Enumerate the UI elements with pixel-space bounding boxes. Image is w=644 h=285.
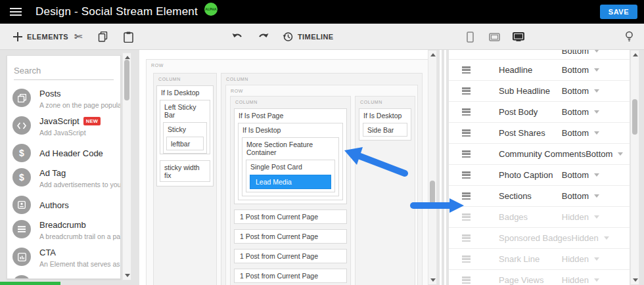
redo-icon[interactable] (258, 31, 269, 43)
inspector-row-snark-line[interactable]: Snark Line Hidden (449, 249, 630, 270)
scroll-up-icon[interactable] (125, 56, 130, 59)
column-main[interactable]: COLUMN ROW COLUMN If Is Post Page If Is … (221, 73, 423, 285)
drag-handle-icon[interactable] (462, 87, 471, 95)
drag-handle-icon[interactable] (462, 129, 471, 137)
drag-handle-icon[interactable] (462, 171, 471, 179)
inspector-row-community-comments[interactable]: Community Comments Bottom (449, 144, 630, 165)
node-title: Single Post Card (246, 160, 334, 173)
node-post-from-current-page[interactable]: 1 Post from Current Page (234, 269, 347, 283)
node-if-is-desktop[interactable]: If Is Desktop Side Bar (359, 108, 411, 141)
drag-handle-icon[interactable] (462, 150, 471, 158)
inspector-row-badges[interactable]: Badges Hidden (449, 207, 630, 228)
node-leftbar[interactable]: leftbar (166, 137, 204, 150)
add-elements-button[interactable]: ELEMENTS (13, 32, 68, 41)
node-if-is-desktop[interactable]: If Is Desktop More Section Feature Conta… (238, 123, 343, 200)
scroll-down-icon[interactable] (633, 278, 638, 282)
scroll-down-icon[interactable] (125, 274, 130, 277)
node-lead-media-selected[interactable]: Lead Media (250, 175, 331, 189)
element-item-authors[interactable]: Authors (12, 196, 120, 214)
inspector-row-headline[interactable]: Headline Bottom (449, 60, 630, 81)
inspector-row-photo-caption[interactable]: Photo Caption Bottom (449, 165, 630, 186)
drag-handle-icon[interactable] (462, 255, 471, 263)
position-dropdown[interactable]: Bottom (586, 149, 623, 159)
inspector-row-partial[interactable]: Bottom (449, 50, 630, 60)
node-post-from-current-page[interactable]: 1 Post from Current Page (234, 209, 347, 224)
inspector-row-post-body[interactable]: Post Body Bottom (449, 102, 630, 123)
timeline-button[interactable]: TIMELINE (283, 32, 334, 42)
canvas-scrollbar[interactable] (428, 50, 437, 285)
drag-handle-icon[interactable] (462, 213, 471, 221)
node-more-section-feature-container[interactable]: More Section Feature Container Single Po… (242, 137, 339, 196)
node-single-post-card[interactable]: Single Post Card Lead Media (246, 160, 335, 192)
scroll-up-icon[interactable] (430, 53, 436, 56)
position-dropdown[interactable]: Hidden (562, 254, 599, 264)
search-input[interactable] (14, 66, 114, 76)
inspector-row-label: Page Views (499, 275, 543, 285)
position-dropdown[interactable]: Hidden (572, 233, 609, 243)
lightbulb-icon[interactable] (623, 31, 635, 43)
author-icon (12, 196, 31, 214)
element-item-ad-header-code[interactable]: $ Ad Header Code (12, 144, 120, 162)
drag-handle-icon[interactable] (462, 108, 471, 116)
scrollbar-thumb[interactable] (430, 181, 435, 204)
inspector-row-sponsored-badges[interactable]: Sponsored Badges Hidden (449, 228, 630, 249)
position-dropdown[interactable]: Bottom (562, 191, 599, 201)
position-value: Hidden (562, 275, 589, 285)
inspector-row-sections[interactable]: Sections Bottom (449, 186, 630, 207)
position-dropdown[interactable]: Hidden (562, 275, 599, 285)
sidebar-scrollbar[interactable] (122, 53, 131, 280)
column-sidebar[interactable]: COLUMN If Is Desktop Side Bar (355, 96, 415, 285)
inspector-row-sub-headline[interactable]: Sub Headline Bottom (449, 81, 630, 102)
drag-handle-icon[interactable] (462, 192, 471, 200)
node-if-is-post-page[interactable]: If Is Post Page If Is Desktop More Secti… (234, 108, 347, 204)
drag-handle-icon[interactable] (462, 234, 471, 242)
tablet-preview-icon[interactable] (488, 31, 500, 43)
undo-icon[interactable] (231, 31, 243, 43)
drag-handle-icon[interactable] (462, 276, 471, 284)
element-item-breadcrumb[interactable]: Breadcrumb A breadcrumb trail on a page … (12, 220, 120, 242)
scroll-down-icon[interactable] (430, 278, 436, 282)
scrollbar-thumb[interactable] (124, 60, 129, 100)
element-item-javascript[interactable]: JavaScript NEW Add JavaScript (12, 116, 120, 138)
element-item-ad-tag[interactable]: $ Ad Tag Add advertisements to your site (12, 168, 120, 190)
drag-handle-icon[interactable] (462, 66, 471, 74)
paste-icon[interactable] (122, 31, 134, 43)
menu-icon[interactable] (10, 8, 22, 16)
row-container[interactable]: ROW COLUMN If Is Desktop Left Sticky Bar… (146, 59, 428, 285)
node-if-is-desktop[interactable]: If Is Desktop Left Sticky Bar Sticky lef… (156, 85, 214, 186)
node-post-from-current-page[interactable]: 1 Post from Current Page (234, 229, 347, 244)
position-dropdown[interactable]: Bottom (562, 50, 599, 56)
node-post-from-current-page[interactable]: 1 Post from Current Page (234, 249, 347, 263)
inspector-row-label: Badges (499, 212, 528, 222)
mobile-preview-icon[interactable] (464, 31, 476, 43)
element-label: Authors (39, 200, 69, 210)
position-dropdown[interactable]: Hidden (562, 212, 599, 222)
position-dropdown[interactable]: Bottom (562, 107, 599, 117)
position-dropdown[interactable]: Bottom (562, 128, 599, 138)
node-sticky-width-fix[interactable]: sticky width fix (160, 160, 210, 182)
inspector-row-post-shares[interactable]: Post Shares Bottom (449, 123, 630, 144)
inner-row-container[interactable]: ROW COLUMN If Is Post Page If Is Desktop… (225, 85, 418, 285)
scrollbar-thumb[interactable] (632, 99, 637, 135)
position-value: Bottom (562, 50, 589, 56)
desktop-preview-icon-active[interactable] (513, 31, 524, 43)
cut-icon[interactable]: ✄ (72, 31, 84, 43)
save-button[interactable]: SAVE (600, 5, 637, 19)
inspector-row-page-views[interactable]: Page Views Hidden (449, 270, 630, 285)
column-posts[interactable]: COLUMN If Is Post Page If Is Desktop Mor… (230, 96, 351, 285)
element-item-posts[interactable]: Posts A zone on the page populated wi... (12, 89, 120, 110)
position-dropdown[interactable]: Bottom (562, 65, 599, 75)
element-item-cta[interactable]: CTA An Element that serves as a plac... (12, 248, 120, 269)
scroll-up-icon[interactable] (633, 53, 638, 56)
chevron-down-icon (594, 257, 599, 261)
node-left-sticky-bar[interactable]: Left Sticky Bar Sticky leftbar (160, 100, 210, 154)
inspector-scrollbar[interactable] (630, 50, 639, 285)
node-side-bar[interactable]: Side Bar (363, 123, 407, 137)
node-sticky[interactable]: Sticky leftbar (163, 122, 207, 154)
copy-icon[interactable] (97, 31, 109, 43)
dollar-icon: $ (12, 144, 31, 162)
position-dropdown[interactable]: Bottom (562, 170, 599, 180)
element-item-communities[interactable]: Communities (12, 275, 120, 279)
column-left[interactable]: COLUMN If Is Desktop Left Sticky Bar Sti… (153, 73, 217, 285)
position-dropdown[interactable]: Bottom (562, 86, 599, 96)
